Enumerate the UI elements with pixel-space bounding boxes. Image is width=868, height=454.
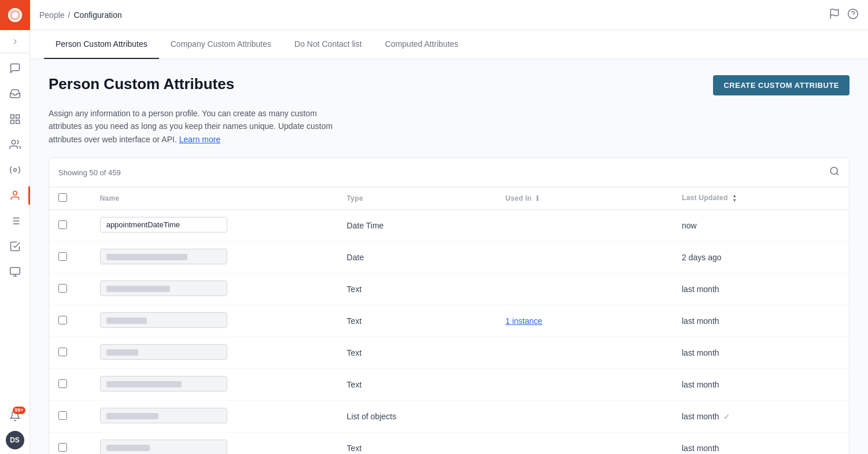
svg-rect-4 (16, 115, 19, 119)
row-usedin-cell (496, 369, 673, 401)
sidebar: 99+ DS (0, 0, 30, 454)
attribute-type: Date Time (347, 221, 384, 230)
table-row: Text last month (49, 369, 849, 401)
row-type-cell: Text (338, 305, 496, 337)
row-name-cell: appointmentDateTime (91, 210, 338, 242)
sidebar-item-inbox[interactable] (0, 81, 30, 106)
row-select-checkbox[interactable] (58, 284, 67, 293)
svg-rect-5 (16, 120, 19, 124)
svg-rect-16 (10, 268, 20, 275)
svg-point-9 (13, 191, 17, 195)
row-updated-cell: last month (673, 305, 849, 337)
learn-more-link[interactable]: Learn more (179, 135, 221, 144)
table-row: Text last month (49, 337, 849, 369)
row-select-checkbox[interactable] (58, 220, 67, 229)
attribute-name-input[interactable] (100, 440, 227, 454)
row-usedin-cell (496, 401, 673, 433)
row-type-cell: Text (338, 369, 496, 401)
row-checkbox-cell (49, 210, 91, 242)
table-header: Name Type Used in ℹ Last Updated ▲▼ (49, 187, 849, 210)
tab-company-custom-attributes[interactable]: Company Custom Attributes (159, 30, 283, 59)
breadcrumb-parent: People (39, 10, 65, 20)
row-select-checkbox[interactable] (58, 443, 67, 452)
row-type-cell: Text (338, 274, 496, 305)
attribute-name-input[interactable] (100, 280, 227, 296)
sidebar-item-automation[interactable] (0, 157, 30, 183)
table-row: Text 1 instance last month (49, 305, 849, 337)
svg-point-20 (848, 9, 858, 19)
select-all-checkbox[interactable] (58, 193, 67, 202)
row-name-cell (91, 305, 338, 337)
row-type-cell: Text (338, 433, 496, 454)
sidebar-item-reports[interactable] (0, 106, 30, 132)
sort-arrows[interactable]: ▲▼ (732, 194, 737, 203)
table-search-button[interactable] (829, 166, 840, 179)
row-name-cell (91, 433, 338, 454)
attributes-table: Name Type Used in ℹ Last Updated ▲▼ (49, 187, 849, 454)
tab-computed-attributes[interactable]: Computed Attributes (374, 30, 470, 59)
main-content: People / Configuration Pers (30, 0, 868, 454)
table-row: appointmentDateTime Date Time now (49, 210, 849, 242)
row-select-checkbox[interactable] (58, 379, 67, 388)
row-updated-cell: last month (673, 274, 849, 305)
row-usedin-cell: 1 instance (496, 305, 673, 337)
attribute-name-input[interactable] (100, 376, 227, 392)
create-custom-attribute-button[interactable]: CREATE CUSTOM ATTRIBUTE (713, 75, 849, 95)
sidebar-item-settings[interactable] (0, 259, 30, 285)
row-updated-cell: last month (673, 369, 849, 401)
svg-point-8 (13, 169, 16, 172)
tab-person-custom-attributes[interactable]: Person Custom Attributes (44, 30, 159, 59)
page-content-wrapper: Person Custom Attributes Company Custom … (30, 30, 868, 454)
table-row: List of objects last month ✓ (49, 401, 849, 433)
row-type-cell: Date (338, 242, 496, 274)
row-select-checkbox[interactable] (58, 316, 67, 324)
sidebar-expand-button[interactable] (0, 30, 30, 53)
row-updated-cell: now (673, 210, 849, 242)
attribute-name-input[interactable] (100, 312, 227, 328)
svg-point-7 (12, 141, 16, 145)
row-checkbox-cell (49, 337, 91, 369)
usedin-column-header: Used in ℹ (496, 187, 673, 210)
sidebar-item-contacts[interactable] (0, 132, 30, 157)
row-usedin-cell (496, 210, 673, 242)
attribute-name-input[interactable] (100, 249, 227, 264)
sidebar-item-list[interactable] (0, 208, 30, 234)
attribute-name-input[interactable] (100, 344, 227, 360)
page-header: Person Custom Attributes CREATE CUSTOM A… (49, 75, 849, 95)
table-row: Date 2 days ago (49, 242, 849, 274)
tab-do-not-contact[interactable]: Do Not Contact list (283, 30, 374, 59)
showing-count: Showing 50 of 459 (58, 168, 121, 177)
instance-link[interactable]: 1 instance (505, 316, 542, 326)
notification-button[interactable]: 99+ (0, 403, 30, 429)
row-type-cell: Date Time (338, 210, 496, 242)
row-updated-cell: last month (673, 433, 849, 454)
row-select-checkbox[interactable] (58, 411, 67, 420)
svg-line-23 (836, 174, 838, 175)
row-checkbox-cell (49, 401, 91, 433)
lastupdated-column-header: Last Updated ▲▼ (673, 187, 849, 210)
page-main-content: Person Custom Attributes CREATE CUSTOM A… (30, 59, 868, 454)
svg-point-2 (12, 12, 18, 19)
flag-icon[interactable] (829, 8, 840, 22)
edit-icon[interactable]: ✓ (723, 412, 730, 421)
row-select-checkbox[interactable] (58, 348, 67, 356)
row-name-cell (91, 401, 338, 433)
row-type-cell: Text (338, 337, 496, 369)
table-row: Text last month (49, 274, 849, 305)
row-select-checkbox[interactable] (58, 252, 67, 261)
sidebar-item-audit[interactable] (0, 234, 30, 259)
app-logo[interactable] (0, 0, 30, 30)
page-title: Person Custom Attributes (49, 75, 234, 93)
row-name-cell (91, 337, 338, 369)
attribute-name-input[interactable]: appointmentDateTime (100, 217, 227, 232)
row-checkbox-cell (49, 369, 91, 401)
attribute-name-input[interactable] (100, 408, 227, 423)
user-avatar[interactable]: DS (6, 431, 24, 449)
sidebar-item-people[interactable] (0, 183, 30, 208)
sidebar-item-chat[interactable] (0, 56, 30, 81)
help-icon[interactable] (847, 8, 859, 22)
row-updated-cell: last month (673, 337, 849, 369)
row-checkbox-cell (49, 305, 91, 337)
table-body: appointmentDateTime Date Time now (49, 210, 849, 454)
select-all-header (49, 187, 91, 210)
